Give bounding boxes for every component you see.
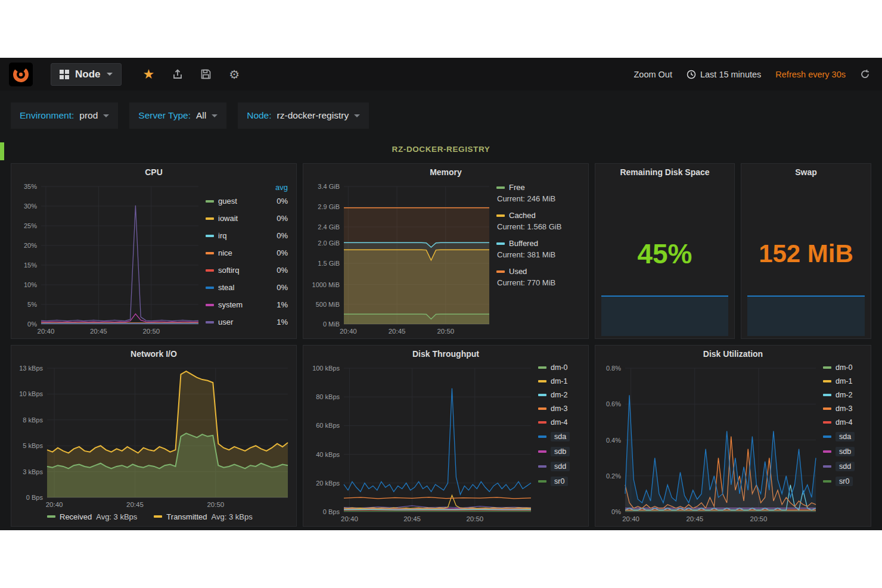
legend-item-guest[interactable]: guest0% xyxy=(206,197,290,206)
legend-item-sda[interactable]: sda xyxy=(823,432,865,441)
legend-label: guest xyxy=(218,197,237,206)
legend-color-swatch xyxy=(538,435,546,438)
legend-item-system[interactable]: system1% xyxy=(206,300,290,309)
disk-utilization-chart[interactable]: 0%0.2%0.4%0.6%0.8%20:4020:4520:50 xyxy=(598,362,822,524)
legend-color-swatch xyxy=(823,480,831,483)
network-chart[interactable]: 0 Bps3 kBps5 kBps8 kBps10 kBps13 kBps20:… xyxy=(14,362,294,509)
swap-stat-value: 152 MiB xyxy=(759,239,853,268)
svg-text:0%: 0% xyxy=(27,321,37,328)
panel-title-disk-throughput[interactable]: Disk Throughput xyxy=(303,346,588,362)
share-icon[interactable] xyxy=(172,69,183,80)
legend-label: dm-3 xyxy=(551,405,567,413)
legend-label: sdd xyxy=(551,462,570,471)
memory-chart[interactable]: 0 MiB500 MiB1000 MiB1.5 GiB2.0 GiB2.4 Gi… xyxy=(306,181,495,336)
legend-item-dm-0[interactable]: dm-0 xyxy=(823,363,865,372)
svg-text:30%: 30% xyxy=(24,203,37,210)
legend-item-Transmitted[interactable]: TransmittedAvg: 3 kBps xyxy=(154,512,252,521)
legend-item-dm-4[interactable]: dm-4 xyxy=(538,418,582,427)
legend-color-swatch xyxy=(823,450,831,453)
variable-node[interactable]: Node: rz-docker-registry xyxy=(238,102,369,129)
time-range-label: Last 15 minutes xyxy=(700,70,761,79)
dashboard-grid-icon xyxy=(60,70,69,79)
panel-title-swap[interactable]: Swap xyxy=(741,164,871,181)
svg-text:13 kBps: 13 kBps xyxy=(19,365,43,372)
legend-item-Used[interactable]: UsedCurrent: 770 MiB xyxy=(496,267,582,288)
svg-text:20:50: 20:50 xyxy=(466,515,483,522)
legend-item-dm-3[interactable]: dm-3 xyxy=(823,405,865,413)
legend-item-Used[interactable]: Used xyxy=(496,267,582,276)
zoom-out-button[interactable]: Zoom Out xyxy=(633,70,672,79)
variable-server-type[interactable]: Server Type: All xyxy=(129,102,226,129)
legend-item-steal[interactable]: steal0% xyxy=(206,283,290,292)
legend-item-Free[interactable]: FreeCurrent: 246 MiB xyxy=(496,183,582,204)
legend-item-sr0[interactable]: sr0 xyxy=(538,477,582,486)
refresh-interval-button[interactable]: Refresh every 30s xyxy=(775,70,846,79)
legend-label: sdb xyxy=(836,447,855,456)
legend-item-sr0[interactable]: sr0 xyxy=(823,477,865,486)
gear-icon[interactable]: ⚙ xyxy=(229,69,240,80)
legend-item-Cached[interactable]: Cached xyxy=(496,211,582,220)
time-range-picker[interactable]: Last 15 minutes xyxy=(687,70,761,79)
legend-color-swatch xyxy=(538,366,546,369)
panel-title-disk-space[interactable]: Remaining Disk Space xyxy=(595,164,734,181)
legend-item-nice[interactable]: nice0% xyxy=(206,248,290,257)
svg-text:20:40: 20:40 xyxy=(341,515,358,522)
svg-text:1.5 GiB: 1.5 GiB xyxy=(318,260,340,267)
panel-title-cpu[interactable]: CPU xyxy=(11,164,296,181)
legend-item-user[interactable]: user1% xyxy=(206,318,290,326)
legend-item-Free[interactable]: Free xyxy=(496,183,582,192)
panel-title-network[interactable]: Network I/O xyxy=(11,346,296,362)
panel-disk-throughput: Disk Throughput 0 Bps20 kBps40 kBps60 kB… xyxy=(303,345,589,527)
network-legend: ReceivedAvg: 3 kBpsTransmittedAvg: 3 kBp… xyxy=(14,509,294,524)
legend-item-sdd[interactable]: sdd xyxy=(823,462,865,471)
legend-item-sdb[interactable]: sdb xyxy=(823,447,865,456)
legend-color-swatch xyxy=(496,186,505,189)
legend-item-Buffered[interactable]: BufferedCurrent: 381 MiB xyxy=(496,239,582,260)
legend-label: dm-1 xyxy=(836,377,852,385)
svg-text:0.2%: 0.2% xyxy=(606,472,621,480)
cpu-chart[interactable]: 0%5%10%15%20%25%30%35%20:4020:4520:50 xyxy=(14,181,204,336)
legend-item-dm-1[interactable]: dm-1 xyxy=(538,377,582,385)
legend-item-dm-1[interactable]: dm-1 xyxy=(823,377,865,385)
star-icon[interactable]: ★ xyxy=(143,68,155,81)
svg-text:20:50: 20:50 xyxy=(207,501,224,508)
grafana-logo[interactable] xyxy=(9,63,33,86)
legend-color-swatch xyxy=(496,270,505,273)
legend-item-Buffered[interactable]: Buffered xyxy=(496,239,582,248)
legend-item-Cached[interactable]: CachedCurrent: 1.568 GiB xyxy=(496,211,582,232)
legend-color-swatch xyxy=(823,394,831,396)
legend-item-dm-4[interactable]: dm-4 xyxy=(823,418,865,427)
legend-label: Used xyxy=(509,267,527,276)
legend-color-swatch xyxy=(206,321,214,323)
panel-title-memory[interactable]: Memory xyxy=(303,164,588,181)
svg-text:0%: 0% xyxy=(611,508,621,515)
svg-text:20:50: 20:50 xyxy=(750,515,768,522)
disk-throughput-chart[interactable]: 0 Bps20 kBps40 kBps60 kBps80 kBps100 kBp… xyxy=(306,362,537,524)
svg-text:10%: 10% xyxy=(24,281,37,288)
legend-item-sda[interactable]: sda xyxy=(538,432,582,441)
save-icon[interactable] xyxy=(201,69,211,79)
legend-item-dm-2[interactable]: dm-2 xyxy=(823,391,865,399)
legend-item-dm-3[interactable]: dm-3 xyxy=(538,405,582,413)
top-navbar: Node ★ ⚙ Zoom Out xyxy=(0,58,882,91)
legend-item-iowait[interactable]: iowait0% xyxy=(206,214,290,223)
dashboard-picker[interactable]: Node xyxy=(51,63,122,86)
legend-label: sdd xyxy=(836,462,855,471)
legend-item-sdd[interactable]: sdd xyxy=(538,462,582,471)
time-controls: Zoom Out Last 15 minutes Refresh every 3… xyxy=(633,69,870,79)
legend-color-swatch xyxy=(206,217,214,220)
refresh-icon[interactable] xyxy=(860,69,870,79)
legend-current-value: Current: 381 MiB xyxy=(497,250,582,260)
legend-item-dm-2[interactable]: dm-2 xyxy=(538,391,582,399)
variable-environment[interactable]: Environment: prod xyxy=(11,102,118,129)
legend-item-sdb[interactable]: sdb xyxy=(538,447,582,456)
legend-item-irq[interactable]: irq0% xyxy=(206,231,290,240)
panel-title-disk-utilization[interactable]: Disk Utilization xyxy=(595,346,871,362)
legend-item-dm-0[interactable]: dm-0 xyxy=(538,363,582,372)
legend-avg: Avg: 3 kBps xyxy=(212,512,253,521)
legend-item-softirq[interactable]: softirq0% xyxy=(206,266,290,275)
legend-item-Received[interactable]: ReceivedAvg: 3 kBps xyxy=(47,512,137,521)
legend-color-swatch xyxy=(538,465,546,468)
legend-avg-header: avg xyxy=(206,183,290,192)
row-title[interactable]: RZ-DOCKER-REGISTRY xyxy=(0,145,882,154)
